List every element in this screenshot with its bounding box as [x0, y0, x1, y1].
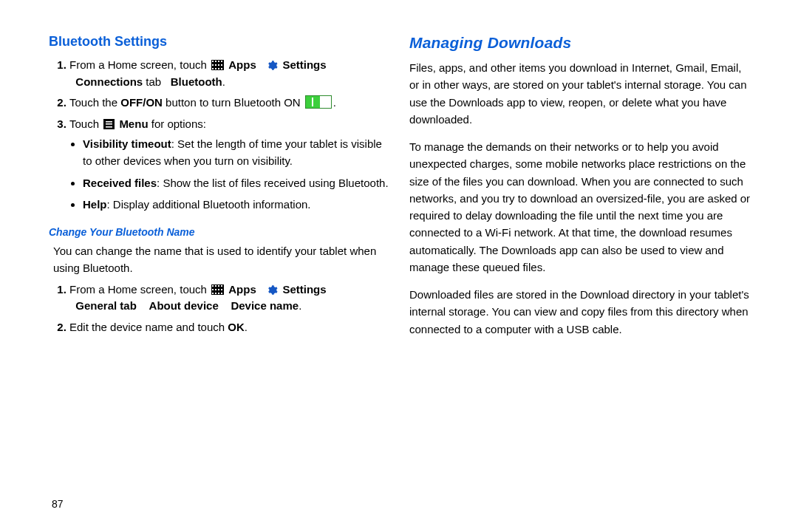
settings-label: Settings: [282, 58, 326, 71]
bluetooth-settings-heading: Bluetooth Settings: [49, 34, 393, 50]
change-bluetooth-name-heading: Change Your Bluetooth Name: [49, 226, 393, 238]
help-label: Help: [83, 198, 107, 211]
menu-icon: [103, 119, 115, 129]
received-files-label: Received files: [83, 177, 157, 189]
device-name-label: Device name: [231, 299, 299, 312]
tab-word: tab: [146, 75, 164, 88]
bullet-received-files: Received files: Show the list of files r…: [83, 174, 393, 191]
help-text: : Display additional Bluetooth informati…: [107, 198, 311, 211]
general-tab-label: General tab: [75, 299, 137, 312]
gear-icon: [267, 284, 278, 295]
connections-tab-label: Connections: [75, 75, 143, 88]
step-3-suffix: for options:: [149, 117, 206, 130]
right-column: Managing Downloads Files, apps, and othe…: [399, 34, 783, 517]
ok-label: OK: [228, 321, 245, 333]
cn-step-1-prefix: From a Home screen, touch: [69, 283, 210, 296]
apps-icon: [211, 284, 224, 295]
menu-label: Menu: [119, 117, 148, 130]
cn-settings-label: Settings: [282, 283, 326, 296]
gear-icon: [267, 59, 278, 70]
offon-label: OFF/ON: [120, 96, 163, 109]
step-3-prefix: Touch: [69, 117, 102, 130]
step-1-text: From a Home screen, touch: [69, 58, 210, 71]
cn-step-2: Edit the device name and touch OK.: [69, 319, 393, 336]
visibility-timeout-label: Visibility timeout: [83, 137, 171, 150]
apps-label: Apps: [228, 58, 256, 71]
change-name-intro: You can change the name that is used to …: [53, 242, 393, 277]
step-1: From a Home screen, touch Apps Settings …: [69, 57, 393, 90]
toggle-on-icon: [305, 95, 332, 109]
downloads-paragraph-3: Downloaded files are stored in the Downl…: [409, 286, 754, 338]
options-list: Visibility timeout: Set the length of ti…: [69, 135, 393, 213]
step-2-prefix: Touch the: [69, 96, 120, 109]
step-2: Touch the OFF/ON button to turn Bluetoot…: [69, 95, 393, 112]
downloads-paragraph-2: To manage the demands on their networks …: [409, 138, 754, 276]
apps-icon: [211, 60, 224, 70]
cn-step-1: From a Home screen, touch Apps Settings …: [69, 282, 393, 315]
page-number: 87: [52, 498, 64, 510]
cn-step-2-prefix: Edit the device name and touch: [69, 321, 228, 333]
step-3: Touch Menu for options: Visibility timeo…: [69, 116, 393, 214]
bluetooth-label: Bluetooth: [171, 75, 222, 88]
bullet-visibility-timeout: Visibility timeout: Set the length of ti…: [83, 135, 393, 170]
bullet-help: Help: Display additional Bluetooth infor…: [83, 196, 393, 213]
downloads-paragraph-1: Files, apps, and other items you downloa…: [409, 59, 754, 128]
left-column: Bluetooth Settings From a Home screen, t…: [15, 34, 399, 517]
step-2-mid: button to turn Bluetooth ON: [163, 96, 304, 109]
about-device-label: About device: [149, 299, 219, 312]
cn-apps-label: Apps: [228, 283, 256, 296]
managing-downloads-heading: Managing Downloads: [409, 34, 754, 52]
bluetooth-steps: From a Home screen, touch Apps Settings …: [49, 57, 393, 213]
received-files-text: : Show the list of files received using …: [157, 177, 389, 189]
manual-page: Bluetooth Settings From a Home screen, t…: [0, 0, 798, 532]
change-name-steps: From a Home screen, touch Apps Settings …: [49, 282, 393, 336]
